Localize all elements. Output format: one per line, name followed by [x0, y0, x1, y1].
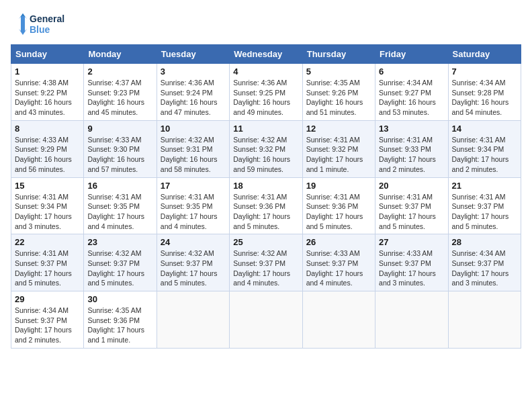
calendar-cell: 5 Sunrise: 4:35 AM Sunset: 9:26 PM Dayli…	[302, 64, 375, 121]
calendar-week-row: 8 Sunrise: 4:33 AM Sunset: 9:29 PM Dayli…	[11, 120, 521, 177]
calendar-cell: 8 Sunrise: 4:33 AM Sunset: 9:29 PM Dayli…	[11, 120, 84, 177]
calendar-cell: 6 Sunrise: 4:34 AM Sunset: 9:27 PM Dayli…	[375, 64, 448, 121]
day-number: 23	[87, 237, 152, 247]
col-header-sunday: Sunday	[11, 45, 84, 64]
col-header-tuesday: Tuesday	[157, 45, 229, 64]
day-detail: Sunrise: 4:31 AM Sunset: 9:37 PM Dayligh…	[15, 248, 80, 288]
calendar-header-row: SundayMondayTuesdayWednesdayThursdayFrid…	[11, 45, 521, 64]
day-number: 25	[233, 237, 298, 247]
calendar-cell: 16 Sunrise: 4:31 AM Sunset: 9:35 PM Dayl…	[84, 177, 157, 234]
svg-text:Blue: Blue	[30, 24, 50, 35]
calendar-cell: 13 Sunrise: 4:31 AM Sunset: 9:33 PM Dayl…	[375, 120, 448, 177]
calendar-cell: 19 Sunrise: 4:31 AM Sunset: 9:36 PM Dayl…	[302, 177, 375, 234]
day-detail: Sunrise: 4:33 AM Sunset: 9:37 PM Dayligh…	[306, 248, 371, 288]
calendar-cell: 17 Sunrise: 4:31 AM Sunset: 9:35 PM Dayl…	[157, 177, 229, 234]
day-detail: Sunrise: 4:31 AM Sunset: 9:37 PM Dayligh…	[379, 192, 444, 232]
col-header-saturday: Saturday	[448, 45, 521, 64]
calendar-cell: 18 Sunrise: 4:31 AM Sunset: 9:36 PM Dayl…	[230, 177, 302, 234]
day-detail: Sunrise: 4:32 AM Sunset: 9:37 PM Dayligh…	[87, 248, 152, 288]
logo-svg: General Blue	[11, 11, 78, 39]
calendar-cell: 23 Sunrise: 4:32 AM Sunset: 9:37 PM Dayl…	[84, 234, 157, 291]
calendar-cell	[375, 291, 448, 349]
calendar-week-row: 1 Sunrise: 4:38 AM Sunset: 9:22 PM Dayli…	[11, 64, 521, 121]
day-detail: Sunrise: 4:34 AM Sunset: 9:37 PM Dayligh…	[15, 306, 80, 345]
day-detail: Sunrise: 4:32 AM Sunset: 9:37 PM Dayligh…	[161, 248, 226, 288]
day-number: 30	[87, 294, 152, 304]
calendar-cell: 14 Sunrise: 4:31 AM Sunset: 9:34 PM Dayl…	[448, 120, 521, 177]
svg-marker-2	[19, 13, 27, 35]
day-number: 27	[379, 237, 444, 247]
day-number: 16	[87, 181, 152, 191]
calendar-cell	[448, 291, 521, 349]
calendar-cell: 21 Sunrise: 4:31 AM Sunset: 9:37 PM Dayl…	[448, 177, 521, 234]
page-header: General Blue	[11, 11, 521, 39]
calendar-cell: 1 Sunrise: 4:38 AM Sunset: 9:22 PM Dayli…	[11, 64, 84, 121]
day-number: 9	[87, 124, 152, 134]
day-number: 5	[306, 66, 371, 77]
calendar-cell: 25 Sunrise: 4:32 AM Sunset: 9:37 PM Dayl…	[230, 234, 302, 291]
calendar-cell: 30 Sunrise: 4:35 AM Sunset: 9:36 PM Dayl…	[84, 291, 157, 349]
day-detail: Sunrise: 4:33 AM Sunset: 9:37 PM Dayligh…	[379, 248, 444, 288]
calendar-week-row: 15 Sunrise: 4:31 AM Sunset: 9:34 PM Dayl…	[11, 177, 521, 234]
day-number: 15	[15, 181, 80, 191]
day-detail: Sunrise: 4:35 AM Sunset: 9:26 PM Dayligh…	[306, 78, 371, 118]
col-header-wednesday: Wednesday	[230, 45, 302, 64]
day-detail: Sunrise: 4:33 AM Sunset: 9:30 PM Dayligh…	[87, 135, 152, 175]
calendar-cell: 22 Sunrise: 4:31 AM Sunset: 9:37 PM Dayl…	[11, 234, 84, 291]
day-detail: Sunrise: 4:32 AM Sunset: 9:37 PM Dayligh…	[233, 248, 298, 288]
calendar-cell: 15 Sunrise: 4:31 AM Sunset: 9:34 PM Dayl…	[11, 177, 84, 234]
calendar-week-row: 29 Sunrise: 4:34 AM Sunset: 9:37 PM Dayl…	[11, 291, 521, 349]
day-number: 14	[452, 124, 517, 134]
logo: General Blue	[11, 11, 78, 39]
calendar-cell: 24 Sunrise: 4:32 AM Sunset: 9:37 PM Dayl…	[157, 234, 229, 291]
calendar-cell: 20 Sunrise: 4:31 AM Sunset: 9:37 PM Dayl…	[375, 177, 448, 234]
calendar-cell: 7 Sunrise: 4:34 AM Sunset: 9:28 PM Dayli…	[448, 64, 521, 121]
day-number: 1	[15, 66, 80, 77]
day-number: 11	[233, 124, 298, 134]
day-detail: Sunrise: 4:32 AM Sunset: 9:32 PM Dayligh…	[233, 135, 298, 175]
day-number: 7	[452, 66, 517, 77]
day-detail: Sunrise: 4:31 AM Sunset: 9:36 PM Dayligh…	[233, 192, 298, 232]
day-number: 22	[15, 237, 80, 247]
day-detail: Sunrise: 4:34 AM Sunset: 9:28 PM Dayligh…	[452, 78, 517, 118]
day-detail: Sunrise: 4:31 AM Sunset: 9:34 PM Dayligh…	[15, 192, 80, 232]
day-detail: Sunrise: 4:31 AM Sunset: 9:34 PM Dayligh…	[452, 135, 517, 175]
day-number: 17	[161, 181, 226, 191]
day-detail: Sunrise: 4:36 AM Sunset: 9:25 PM Dayligh…	[233, 78, 298, 118]
day-detail: Sunrise: 4:33 AM Sunset: 9:29 PM Dayligh…	[15, 135, 80, 175]
day-detail: Sunrise: 4:31 AM Sunset: 9:35 PM Dayligh…	[161, 192, 226, 232]
day-detail: Sunrise: 4:34 AM Sunset: 9:27 PM Dayligh…	[379, 78, 444, 118]
day-number: 13	[379, 124, 444, 134]
day-detail: Sunrise: 4:36 AM Sunset: 9:24 PM Dayligh…	[161, 78, 226, 118]
day-number: 28	[452, 237, 517, 247]
col-header-friday: Friday	[375, 45, 448, 64]
day-detail: Sunrise: 4:31 AM Sunset: 9:35 PM Dayligh…	[87, 192, 152, 232]
day-detail: Sunrise: 4:35 AM Sunset: 9:36 PM Dayligh…	[87, 306, 152, 345]
calendar-cell: 26 Sunrise: 4:33 AM Sunset: 9:37 PM Dayl…	[302, 234, 375, 291]
calendar-cell	[157, 291, 229, 349]
calendar-cell: 2 Sunrise: 4:37 AM Sunset: 9:23 PM Dayli…	[84, 64, 157, 121]
calendar-cell: 3 Sunrise: 4:36 AM Sunset: 9:24 PM Dayli…	[157, 64, 229, 121]
calendar-cell: 4 Sunrise: 4:36 AM Sunset: 9:25 PM Dayli…	[230, 64, 302, 121]
day-number: 21	[452, 181, 517, 191]
day-number: 26	[306, 237, 371, 247]
day-number: 8	[15, 124, 80, 134]
day-detail: Sunrise: 4:38 AM Sunset: 9:22 PM Dayligh…	[15, 78, 80, 118]
day-detail: Sunrise: 4:37 AM Sunset: 9:23 PM Dayligh…	[87, 78, 152, 118]
day-detail: Sunrise: 4:34 AM Sunset: 9:37 PM Dayligh…	[452, 248, 517, 288]
calendar-table: SundayMondayTuesdayWednesdayThursdayFrid…	[11, 44, 521, 349]
day-detail: Sunrise: 4:32 AM Sunset: 9:31 PM Dayligh…	[161, 135, 226, 175]
svg-text:General: General	[30, 13, 64, 24]
calendar-cell: 10 Sunrise: 4:32 AM Sunset: 9:31 PM Dayl…	[157, 120, 229, 177]
calendar-cell	[230, 291, 302, 349]
day-detail: Sunrise: 4:31 AM Sunset: 9:33 PM Dayligh…	[379, 135, 444, 175]
calendar-week-row: 22 Sunrise: 4:31 AM Sunset: 9:37 PM Dayl…	[11, 234, 521, 291]
day-number: 18	[233, 181, 298, 191]
day-number: 10	[161, 124, 226, 134]
day-number: 24	[161, 237, 226, 247]
day-detail: Sunrise: 4:31 AM Sunset: 9:32 PM Dayligh…	[306, 135, 371, 175]
calendar-cell: 29 Sunrise: 4:34 AM Sunset: 9:37 PM Dayl…	[11, 291, 84, 349]
col-header-monday: Monday	[84, 45, 157, 64]
day-number: 2	[87, 66, 152, 77]
day-detail: Sunrise: 4:31 AM Sunset: 9:37 PM Dayligh…	[452, 192, 517, 232]
